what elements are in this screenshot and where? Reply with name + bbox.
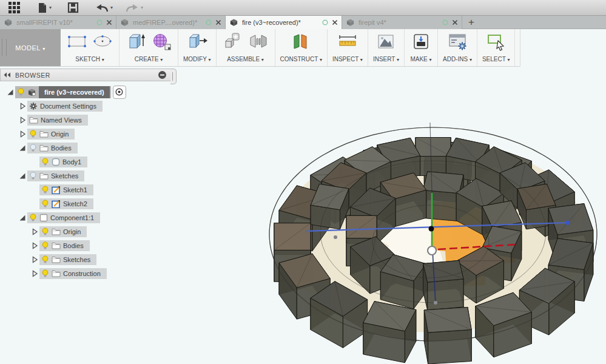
- tree-item-component1-1[interactable]: Component1:1: [27, 212, 100, 223]
- visibility-bulb-icon[interactable]: [29, 172, 37, 180]
- redo-button[interactable]: ▾: [121, 0, 147, 16]
- disclosure-collapsed-icon[interactable]: [29, 242, 39, 249]
- inspect-measure-icon[interactable]: [336, 32, 359, 55]
- tree-item-sketch2[interactable]: Sketch2: [39, 198, 93, 209]
- disclosure-collapsed-icon[interactable]: [29, 228, 39, 235]
- document-tab[interactable]: firepit v4*: [342, 16, 462, 29]
- disclosure-expanded-icon[interactable]: [5, 89, 15, 96]
- document-tab[interactable]: medFIREP....overed)*: [116, 16, 226, 29]
- new-tab-button[interactable]: +: [462, 16, 480, 29]
- app-grid-icon: [7, 1, 21, 15]
- insert-image-icon[interactable]: [374, 32, 397, 55]
- document-tab[interactable]: fire (v3~recovered)*: [226, 16, 342, 29]
- workspace-switcher[interactable]: MODEL ▾: [0, 29, 61, 66]
- modify-presspull-icon[interactable]: [186, 32, 209, 55]
- select-cursor-icon[interactable]: [485, 32, 508, 55]
- toolbar-group-inspect[interactable]: INSPECT ▾: [328, 29, 368, 66]
- browser-collapse-icon[interactable]: [4, 72, 12, 78]
- toolbar-group-create[interactable]: CREATE ▾: [120, 29, 178, 66]
- tree-item-sketches[interactable]: Sketches: [27, 170, 84, 181]
- toolbar-group-assemble[interactable]: ASSEMBLE ▾: [217, 29, 275, 66]
- tree-item-origin[interactable]: Origin: [27, 129, 75, 140]
- visibility-bulb-icon[interactable]: [29, 130, 37, 138]
- visibility-bulb-icon[interactable]: [41, 269, 49, 278]
- assemble-joint-icon[interactable]: [247, 32, 270, 55]
- tree-item-construction[interactable]: Construction: [39, 268, 107, 279]
- toolbar-grip: [2, 39, 7, 56]
- tree-item-sketches[interactable]: Sketches: [39, 254, 96, 265]
- tab-close-icon[interactable]: [452, 19, 458, 25]
- toolbar-group-sketch[interactable]: SKETCH ▾: [61, 29, 120, 66]
- visibility-bulb-icon[interactable]: [41, 186, 49, 194]
- activate-radio[interactable]: [113, 86, 126, 99]
- tree-item-label: Origin: [63, 228, 81, 235]
- construct-plane-icon[interactable]: [289, 32, 312, 55]
- toolbar-group-label: INSERT ▾: [373, 56, 399, 62]
- visibility-bulb-icon[interactable]: [41, 200, 49, 208]
- tree-item-fire-v3-recovered-[interactable]: fire (v3~recovered): [15, 86, 111, 98]
- tree-item-bodies[interactable]: Bodies: [39, 240, 90, 251]
- toolbar-group-construct[interactable]: CONSTRUCT ▾: [275, 29, 328, 66]
- tree-item-body1[interactable]: Body1: [39, 157, 87, 167]
- save-button[interactable]: [64, 0, 82, 16]
- make-print-icon[interactable]: [409, 32, 433, 55]
- create-form-icon[interactable]: [150, 32, 173, 55]
- disclosure-expanded-icon[interactable]: [17, 172, 27, 180]
- sketch-rect-icon[interactable]: [66, 32, 89, 55]
- visibility-bulb-icon[interactable]: [29, 144, 37, 152]
- component-icon: [39, 214, 48, 222]
- toolbar-group-add-ins[interactable]: ADD-INS ▾: [438, 29, 477, 66]
- sketch-icon: [52, 186, 61, 194]
- tree-item-sketch1[interactable]: Sketch1: [39, 184, 93, 195]
- sketch-ellipse-icon[interactable]: [91, 32, 114, 55]
- document-cube-icon: [346, 18, 355, 27]
- visibility-bulb-icon[interactable]: [41, 228, 49, 236]
- tree-item-bodies[interactable]: Bodies: [27, 143, 78, 153]
- addins-scripts-icon[interactable]: [446, 32, 469, 55]
- tab-close-icon[interactable]: [332, 19, 338, 25]
- disclosure-collapsed-icon[interactable]: [17, 116, 27, 124]
- document-tab[interactable]: smallFIREPIT v10*: [0, 16, 116, 29]
- tree-item-document-settings[interactable]: Document Settings: [27, 101, 103, 112]
- folder-icon: [39, 144, 49, 152]
- file-menu-button[interactable]: ▾: [33, 0, 55, 16]
- visibility-bulb-icon[interactable]: [29, 214, 37, 222]
- disclosure-expanded-icon[interactable]: [17, 214, 27, 221]
- browser-panel-handle[interactable]: [170, 69, 177, 84]
- disclosure-collapsed-icon[interactable]: [29, 256, 39, 263]
- tree-item-origin[interactable]: Origin: [39, 226, 87, 237]
- visibility-bulb-icon[interactable]: [41, 158, 49, 166]
- undo-caret[interactable]: ▾: [110, 5, 113, 10]
- toolbar-group-make[interactable]: MAKE ▾: [405, 29, 438, 66]
- app-grid-button[interactable]: [4, 0, 25, 16]
- create-box-icon[interactable]: [124, 32, 147, 55]
- tab-close-icon[interactable]: [106, 19, 112, 25]
- visibility-bulb-icon[interactable]: [41, 255, 49, 264]
- tab-status-icon: [442, 19, 448, 25]
- origin-marker[interactable]: [428, 246, 436, 255]
- assemble-component-icon[interactable]: [221, 32, 244, 55]
- browser-hide-icon[interactable]: [158, 70, 167, 79]
- disclosure-collapsed-icon[interactable]: [29, 270, 39, 277]
- disclosure-collapsed-icon[interactable]: [17, 130, 27, 138]
- visibility-bulb-icon[interactable]: [17, 88, 25, 96]
- redo-caret[interactable]: ▾: [141, 5, 143, 10]
- undo-button[interactable]: ▾: [91, 0, 116, 16]
- tab-close-icon[interactable]: [215, 19, 221, 25]
- toolbar-group-insert[interactable]: INSERT ▾: [368, 29, 405, 66]
- tree-row: fire (v3~recovered): [0, 85, 180, 99]
- document-tab-label: medFIREP....overed)*: [133, 19, 202, 26]
- tree-item-label: Document Settings: [40, 103, 96, 110]
- toolbar-group-label: ASSEMBLE ▾: [227, 56, 264, 62]
- toolbar-group-modify[interactable]: MODIFY ▾: [178, 29, 217, 66]
- disclosure-expanded-icon[interactable]: [17, 144, 27, 152]
- body-icon: [52, 158, 60, 166]
- folder-icon: [52, 228, 61, 235]
- tab-status-icon: [322, 19, 328, 25]
- tree-item-named-views[interactable]: Named Views: [27, 115, 88, 126]
- toolbar-group-select[interactable]: SELECT ▾: [477, 29, 516, 66]
- model-toolbar: MODEL ▾ SKETCH ▾CREATE ▾MODIFY ▾ASSEMBLE…: [0, 29, 520, 67]
- disclosure-collapsed-icon[interactable]: [17, 103, 27, 110]
- visibility-bulb-icon[interactable]: [41, 241, 49, 250]
- workspace-caret: ▾: [42, 46, 45, 52]
